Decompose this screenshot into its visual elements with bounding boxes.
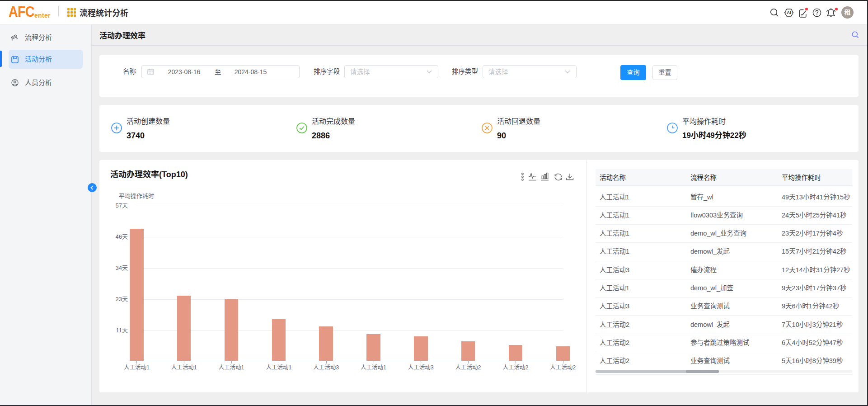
svg-text:AI: AI — [787, 10, 791, 15]
